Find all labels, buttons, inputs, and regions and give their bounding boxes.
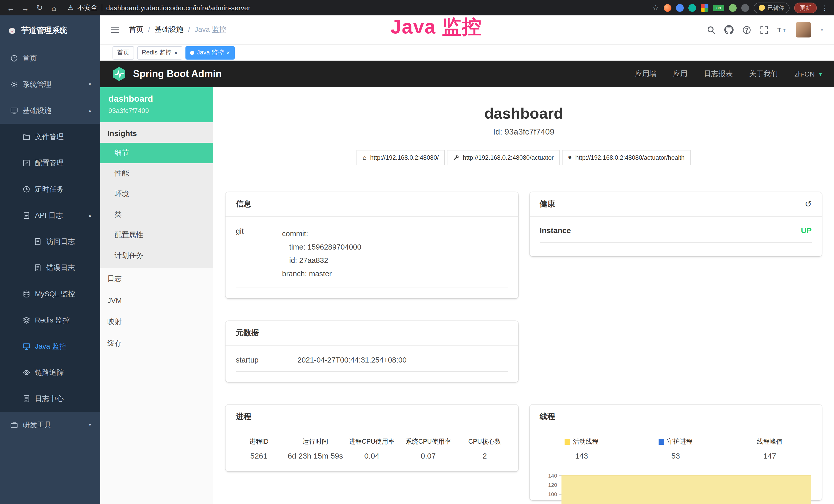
- sidebar-item-home[interactable]: 首页: [0, 45, 100, 71]
- search-icon[interactable]: [707, 25, 716, 34]
- actuator-url-link[interactable]: http://192.168.0.2:48080/actuator: [447, 150, 560, 165]
- sidebar-item-tracing[interactable]: 链路追踪: [0, 360, 100, 386]
- sidebar-item-mysql-monitor[interactable]: MySQL 监控: [0, 281, 100, 307]
- service-url-text: http://192.168.0.2:48080/: [370, 154, 439, 161]
- process-col-header: 进程CPU使用率: [344, 437, 400, 446]
- process-col-header: 系统CPU使用率: [400, 437, 456, 446]
- legend-square-blue: [659, 439, 664, 445]
- tab-redis-monitor[interactable]: Redis 监控: [137, 46, 182, 59]
- history-icon[interactable]: ↺: [805, 199, 812, 209]
- sidebar-item-java-monitor[interactable]: Java 监控: [0, 333, 100, 360]
- sba-brand-title[interactable]: Spring Boot Admin: [133, 68, 222, 79]
- health-url-link[interactable]: ♥ http://192.168.0.2:48080/actuator/heal…: [562, 150, 691, 165]
- sba-side-item-mappings[interactable]: 映射: [100, 311, 213, 333]
- sidebar-item-system-mgmt[interactable]: 系统管理 ▼: [0, 71, 100, 97]
- threads-card-body: 活动线程 143 守护进程: [529, 429, 822, 500]
- health-instance-row[interactable]: Instance UP: [540, 226, 812, 243]
- hamburger-icon[interactable]: [110, 26, 120, 34]
- sidebar-item-file-mgmt[interactable]: 文件管理: [0, 124, 100, 150]
- tab-java-monitor[interactable]: Java 监控: [185, 46, 235, 59]
- url-text[interactable]: dashboard.yudao.iocoder.cn/infra/admin-s…: [106, 4, 250, 12]
- security-label[interactable]: 不安全: [78, 3, 97, 12]
- sidebar-item-dev-tools[interactable]: 研发工具 ▼: [0, 412, 100, 438]
- bookmark-star-icon[interactable]: ☆: [652, 3, 659, 12]
- address-divider: [102, 4, 102, 11]
- extension-icon-teal[interactable]: [688, 4, 696, 12]
- sidebar-item-redis-monitor[interactable]: Redis 监控: [0, 307, 100, 333]
- app-logo-row[interactable]: 芋道管理系统: [0, 16, 100, 45]
- tab-label: Redis 监控: [142, 48, 172, 57]
- security-warning-icon[interactable]: ⚠: [68, 4, 73, 11]
- sba-nav-wallboard[interactable]: 应用墙: [635, 69, 657, 78]
- extension-icon-grid[interactable]: [701, 4, 708, 12]
- spring-boot-admin-logo[interactable]: [111, 66, 127, 82]
- sba-side-item-caches[interactable]: 缓存: [100, 333, 213, 354]
- layers-icon: [23, 316, 30, 324]
- browser-chrome: ← → ↻ ⌂ ⚠ 不安全 dashboard.yudao.iocoder.cn…: [0, 0, 834, 16]
- breadcrumb-item[interactable]: 基础设施: [155, 25, 183, 35]
- tab-home[interactable]: 首页: [112, 46, 134, 59]
- cards-grid: 信息 git commit: time: 1596289704000 id: 2…: [225, 192, 822, 500]
- avatar-caret-down-icon[interactable]: ▼: [820, 27, 824, 32]
- github-icon[interactable]: [724, 25, 733, 35]
- extension-icon-on-badge[interactable]: on: [713, 4, 724, 11]
- extension-icon-orange[interactable]: [664, 4, 672, 12]
- sidebar-item-scheduled-jobs[interactable]: 定时任务: [0, 176, 100, 202]
- sba-side-item-config-props[interactable]: 配置属性: [100, 225, 213, 246]
- sidebar-item-api-logs[interactable]: API 日志 ▲: [0, 202, 100, 229]
- legend-value: 143: [534, 451, 629, 460]
- sba-side-item-logs[interactable]: 日志: [100, 268, 213, 290]
- browser-back-icon[interactable]: ←: [6, 3, 16, 12]
- app-header: 首页 基础设施 Java 监控: [100, 16, 834, 45]
- breadcrumb-separator: [188, 26, 190, 34]
- browser-menu-icon[interactable]: ⋮: [821, 4, 828, 12]
- sidebar-item-label: 配置管理: [35, 158, 64, 168]
- chevron-down-icon: ▼: [818, 71, 823, 77]
- sba-sidebar: dashboard 93a3fc7f7409 Insights 细节 性能 环境…: [100, 87, 213, 504]
- browser-reload-icon[interactable]: ↻: [35, 3, 44, 12]
- sidebar-item-infrastructure[interactable]: 基础设施 ▲: [0, 97, 100, 124]
- legend-label: 活动线程: [573, 437, 598, 446]
- extension-icon-leaf[interactable]: [729, 4, 737, 12]
- help-icon[interactable]: [742, 25, 751, 34]
- fullscreen-icon[interactable]: [760, 25, 768, 34]
- service-url-link[interactable]: ⌂ http://192.168.0.2:48080/: [357, 150, 445, 165]
- update-button[interactable]: 更新: [794, 2, 817, 13]
- instance-header[interactable]: dashboard 93a3fc7f7409: [100, 87, 213, 122]
- sba-side-item-jvm[interactable]: JVM: [100, 290, 213, 311]
- sba-side-item-metrics[interactable]: 性能: [100, 163, 213, 184]
- database-icon: [23, 290, 30, 298]
- browser-home-icon[interactable]: ⌂: [49, 3, 59, 12]
- language-selector[interactable]: zh-CN ▼: [794, 70, 823, 78]
- sba-side-item-details[interactable]: 细节: [100, 143, 213, 163]
- extension-icon-blue[interactable]: [676, 4, 684, 12]
- font-size-icon[interactable]: TT: [777, 26, 787, 33]
- sba-nav-journal[interactable]: 日志报表: [704, 69, 733, 78]
- sidebar-item-access-logs[interactable]: 访问日志: [0, 229, 100, 255]
- sba-side-item-scheduled-tasks[interactable]: 计划任务: [100, 246, 213, 266]
- page-title: dashboard: [225, 105, 822, 122]
- sba-body: dashboard 93a3fc7f7409 Insights 细节 性能 环境…: [100, 87, 834, 504]
- paused-badge[interactable]: 已暂停: [753, 2, 790, 13]
- legend-peak-threads: 线程峰值 147: [723, 437, 817, 460]
- sidebar-item-error-logs[interactable]: 错误日志: [0, 255, 100, 281]
- admin-sidebar: 芋道管理系统 首页 系统管理 ▼ 基础设施 ▲ 文件管理: [0, 16, 100, 504]
- user-avatar[interactable]: [796, 22, 811, 38]
- address-bar[interactable]: ⚠ 不安全 dashboard.yudao.iocoder.cn/infra/a…: [68, 3, 647, 12]
- tab-close-icon[interactable]: [174, 49, 178, 56]
- sba-nav-applications[interactable]: 应用: [673, 69, 687, 78]
- sidebar-item-log-center[interactable]: 日志中心: [0, 386, 100, 412]
- extension-icon-dark[interactable]: [741, 4, 749, 12]
- sba-nav-about[interactable]: 关于我们: [749, 69, 778, 78]
- y-tick: 140: [543, 473, 561, 482]
- sidebar-item-config-mgmt[interactable]: 配置管理: [0, 150, 100, 176]
- header-actions: TT ▼: [707, 22, 824, 38]
- sba-side-item-classes[interactable]: 类: [100, 204, 213, 225]
- tab-close-icon[interactable]: [226, 49, 230, 56]
- sba-side-item-environment[interactable]: 环境: [100, 184, 213, 204]
- sidebar-item-label: MySQL 监控: [35, 289, 75, 299]
- browser-forward-icon[interactable]: →: [21, 3, 30, 12]
- metadata-card: 元数据 startup 2021-04-27T00:44:31.254+08:0…: [225, 321, 518, 382]
- page-head: dashboard Id: 93a3fc7f7409: [225, 105, 822, 137]
- breadcrumb-item[interactable]: 首页: [129, 25, 143, 35]
